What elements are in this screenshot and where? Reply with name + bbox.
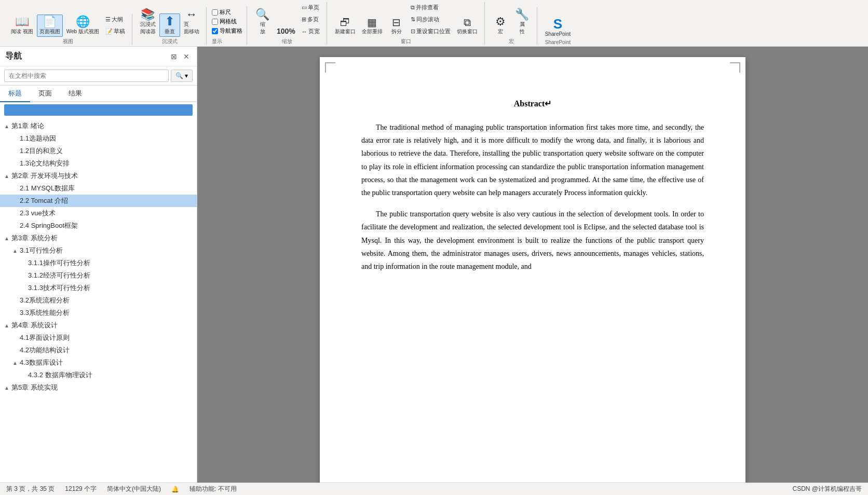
tree-item-4-3[interactable]: ▲ 4.3数据库设计 [0, 356, 197, 369]
page-corner-tl [325, 62, 335, 73]
doc-paragraph-1: The traditional method of managing publi… [361, 121, 704, 199]
tree-item-3-3[interactable]: 3.3系统性能分析 [0, 307, 197, 319]
ruler-label: 标尺 [220, 8, 231, 16]
tree-item-3-2[interactable]: 3.2系统流程分析 [0, 294, 197, 307]
switch-window-label: 切换窗口 [457, 28, 478, 35]
new-window-button[interactable]: 🗗 新建窗口 [332, 16, 358, 37]
brand-info: CSDN @计算机编程吉哥 [792, 485, 862, 493]
sync-scroll-button[interactable]: ⇅ 同步滚动 [408, 14, 453, 25]
document-title-text: Abstract [514, 99, 545, 108]
2-3-label: 2.3 vue技术 [20, 209, 193, 218]
sharepoint-icon: S [553, 17, 562, 31]
reset-pos-button[interactable]: ⊡ 重设窗口位置 [408, 26, 453, 37]
immersive-reader-label: 沉浸式阅读器 [140, 21, 156, 35]
macro-button[interactable]: ⚙ 宏 [490, 15, 511, 37]
page-move-button[interactable]: ↔ 页面移动 [181, 7, 202, 37]
ch4-arrow: ▲ [4, 323, 11, 328]
tree-item-1-1[interactable]: 1.1选题动因 [0, 132, 197, 145]
nav-controls: ⊠ ✕ [169, 51, 192, 62]
tree-item-ch5[interactable]: ▲ 第5章 系统实现 [0, 381, 197, 394]
sharepoint-button[interactable]: S SharePoint [542, 16, 573, 38]
zoom-100-icon: 100% [277, 28, 295, 35]
tree-item-4-1[interactable]: 4.1界面设计原则 [0, 332, 197, 344]
switch-window-button[interactable]: ⧉ 切换窗口 [454, 16, 480, 37]
macro-icon: ⚙ [495, 16, 506, 28]
4-3-arrow: ▲ [12, 360, 20, 366]
view-group-label: 视图 [63, 38, 73, 45]
nav-tab-headings[interactable]: 标题 [0, 86, 30, 102]
3-1-2-label: 3.1.2经济可行性分析 [28, 271, 193, 280]
multi-page-button[interactable]: ⊞ 多页 [299, 14, 322, 25]
single-page-icon: ▭ [302, 4, 307, 11]
sharepoint-group-label: SharePoint [545, 39, 571, 45]
ch3-label: 第3章 系统分析 [11, 233, 193, 243]
tree-item-1-2[interactable]: 1.2目的和意义 [0, 145, 197, 157]
sync-scroll-label: 同步滚动 [416, 16, 439, 23]
nav-pane-checkbox-label[interactable]: 导航窗格 [212, 27, 242, 35]
tree-item-3-1-2[interactable]: 3.1.2经济可行性分析 [0, 269, 197, 282]
outline-icon: ☰ [105, 16, 111, 23]
2-2-label: 2.2 Tomcat 介绍 [20, 196, 193, 205]
tree-item-2-4[interactable]: 2.4 SpringBoot框架 [0, 219, 197, 232]
single-page-button[interactable]: ▭ 单页 [299, 2, 322, 13]
tree-item-4-2[interactable]: 4.2功能结构设计 [0, 344, 197, 356]
immersive-reader-button[interactable]: 📚 沉浸式阅读器 [138, 7, 158, 37]
nav-tab-pages[interactable]: 页面 [30, 86, 60, 102]
nav-header: 导航 ⊠ ✕ [0, 47, 197, 66]
tree-item-2-3[interactable]: 2.3 vue技术 [0, 207, 197, 219]
accessibility-status: 辅助功能: 不可用 [189, 485, 237, 493]
tree-item-ch2[interactable]: ▲ 第2章 开发环境与技术 [0, 170, 197, 182]
nav-pane-checkbox[interactable] [212, 28, 218, 34]
page-width-button[interactable]: ↔ 页宽 [299, 26, 322, 37]
reset-pos-label: 重设窗口位置 [416, 28, 451, 35]
ruler-checkbox-label[interactable]: 标尺 [212, 8, 242, 16]
properties-button[interactable]: 🔧 属性 [512, 7, 533, 37]
gridlines-checkbox-label[interactable]: 网格线 [212, 18, 242, 25]
gridlines-checkbox[interactable] [212, 19, 218, 25]
draft-icon: 📝 [105, 28, 113, 35]
parallel-view-button[interactable]: ⧉ 并排查看 [408, 2, 453, 13]
outline-button[interactable]: ☰ 大纲 [103, 14, 128, 25]
arrange-all-icon: ▦ [367, 17, 377, 28]
vertical-label: 垂直 [165, 28, 175, 35]
3-1-label: 3.1可行性分析 [20, 246, 193, 255]
page-view-button[interactable]: 📄 页面视图 [37, 15, 63, 37]
page-info: 第 3 页，共 35 页 [6, 485, 55, 493]
read-view-icon: 📖 [15, 16, 29, 28]
vertical-button[interactable]: ⬆ 垂直 [159, 13, 180, 37]
tree-item-ch1[interactable]: ▲ 第1章 绪论 [0, 120, 197, 132]
web-view-button[interactable]: 🌐 Web 版式视图 [64, 15, 102, 37]
nav-search-input[interactable] [4, 70, 169, 82]
ribbon-group-display: 标尺 网格线 导航窗格 显示 [208, 6, 247, 45]
2-4-label: 2.4 SpringBoot框架 [20, 221, 193, 230]
ruler-checkbox[interactable] [212, 9, 218, 16]
gridlines-label: 网格线 [220, 18, 237, 25]
tree-item-ch4[interactable]: ▲ 第4章 系统设计 [0, 319, 197, 332]
tree-item-4-3-2[interactable]: 4.3.2 数据库物理设计 [0, 369, 197, 381]
tree-item-2-1[interactable]: 2.1 MYSQL数据库 [0, 182, 197, 195]
tree-item-3-1[interactable]: ▲ 3.1可行性分析 [0, 244, 197, 257]
zoom-button[interactable]: 🔍 缩放 [252, 7, 273, 37]
split-button[interactable]: ⊟ 拆分 [386, 16, 407, 37]
tree-item-3-1-3[interactable]: 3.1.3技术可行性分析 [0, 282, 197, 294]
tree-item-1-3[interactable]: 1.3论文结构安排 [0, 157, 197, 170]
tree-item-ch3[interactable]: ▲ 第3章 系统分析 [0, 232, 197, 244]
tree-item-3-1-1[interactable]: 3.1.1操作可行性分析 [0, 257, 197, 269]
nav-search-button[interactable]: 🔍 ▾ [171, 70, 193, 82]
ribbon-group-sharepoint: S SharePoint SharePoint [538, 16, 577, 45]
zoom-100-button[interactable]: 100% [274, 26, 298, 37]
macro-label: 宏 [498, 28, 503, 35]
draft-label: 草稿 [114, 28, 125, 35]
draft-button[interactable]: 📝 草稿 [103, 26, 128, 37]
language: 简体中文(中国大陆) [107, 485, 161, 493]
nav-close-button[interactable]: ✕ [181, 51, 192, 62]
tree-item-2-2[interactable]: 2.2 Tomcat 介绍 [0, 195, 197, 207]
nav-tabs: 标题 页面 结果 [0, 86, 197, 102]
arrange-all-button[interactable]: ▦ 全部重排 [359, 16, 385, 37]
ch3-arrow: ▲ [4, 236, 11, 241]
read-view-button[interactable]: 📖 阅读 视图 [8, 15, 36, 37]
page-width-label: 页宽 [308, 28, 320, 35]
nav-collapse-button[interactable]: ⊠ [169, 51, 179, 62]
zoom-icon: 🔍 [255, 9, 269, 20]
nav-tab-results[interactable]: 结果 [60, 86, 90, 102]
